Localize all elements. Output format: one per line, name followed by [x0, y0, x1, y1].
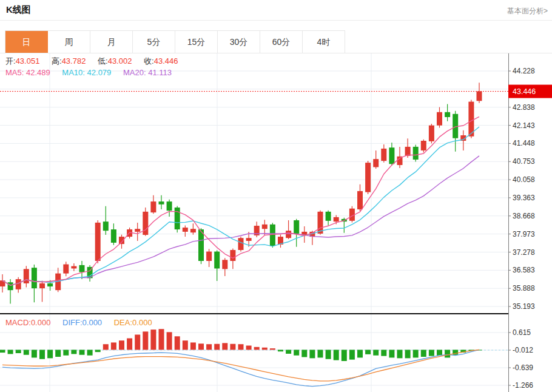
- svg-text:-1.266: -1.266: [513, 381, 533, 390]
- high-value: 43.782: [62, 56, 86, 66]
- tab-30min[interactable]: 30分: [218, 31, 260, 53]
- ma20-value: 41.113: [148, 68, 172, 77]
- close-value: 43.446: [154, 56, 178, 66]
- svg-text:35.888: 35.888: [513, 284, 535, 292]
- header-divider: [0, 20, 552, 21]
- svg-text:44.228: 44.228: [513, 67, 535, 75]
- macd-label: MACD:: [5, 318, 31, 327]
- open-label: 开:: [5, 56, 16, 66]
- tab-day[interactable]: 日: [5, 31, 48, 53]
- dea-label: DEA:: [114, 318, 132, 327]
- period-tab-bar: 日 周 月 5分 15分 30分 60分 4时: [5, 30, 345, 53]
- kline-page: K线图 基本面分析> 日 周 月 5分 15分 30分 60分 4时 44.22…: [0, 0, 552, 392]
- svg-text:41.448: 41.448: [513, 139, 535, 147]
- low-value: 43.002: [108, 56, 132, 66]
- axes: [0, 53, 509, 392]
- tab-month[interactable]: 月: [90, 31, 133, 53]
- diff-value: 0.000: [82, 318, 103, 327]
- ma20-label: MA20:: [123, 68, 146, 77]
- svg-text:35.193: 35.193: [513, 302, 535, 311]
- svg-text:40.753: 40.753: [513, 157, 535, 166]
- svg-text:-0.639: -0.639: [513, 363, 533, 372]
- open-value: 43.051: [16, 56, 40, 66]
- price-axis-labels: 44.22843.53342.83842.14341.44840.75340.0…: [508, 67, 535, 390]
- svg-text:37.278: 37.278: [513, 248, 535, 257]
- svg-text:42.838: 42.838: [513, 103, 535, 112]
- grid-lines: [0, 53, 508, 392]
- low-label: 低:: [98, 56, 108, 66]
- svg-text:36.583: 36.583: [513, 266, 535, 274]
- tab-15min[interactable]: 15分: [175, 31, 218, 53]
- fundamental-analysis-link[interactable]: 基本面分析>: [507, 6, 548, 16]
- tab-60min[interactable]: 60分: [260, 31, 303, 53]
- tab-5min[interactable]: 5分: [133, 31, 175, 53]
- ma10-label: MA10:: [62, 68, 85, 77]
- tab-4hour[interactable]: 4时: [303, 31, 345, 53]
- ma-info: MA5: 42.489 MA10: 42.079 MA20: 41.113: [5, 68, 181, 77]
- svg-text:-0.012: -0.012: [513, 346, 533, 354]
- svg-text:38.668: 38.668: [513, 212, 535, 220]
- ohlc-info: 开:43.051 高:43.782 低:43.002 收:43.446: [5, 56, 187, 67]
- high-label: 高:: [52, 56, 62, 66]
- kline-chart[interactable]: 44.22843.53342.83842.14341.44840.75340.0…: [0, 53, 552, 392]
- macd-histogram: [0, 329, 482, 361]
- svg-text:42.143: 42.143: [513, 121, 535, 130]
- macd-value: 0.000: [31, 318, 51, 327]
- page-title: K线图: [6, 4, 31, 16]
- svg-text:43.446: 43.446: [513, 87, 536, 96]
- ma10-value: 42.079: [87, 68, 112, 77]
- ma5-value: 42.489: [26, 68, 50, 77]
- diff-label: DIFF:: [62, 318, 82, 327]
- ma5-label: MA5:: [5, 68, 24, 77]
- current-price-tag: 43.446: [508, 85, 552, 98]
- macd-info: MACD:0.000 DIFF:0.000 DEA:0.000: [5, 318, 162, 327]
- close-label: 收:: [144, 56, 154, 66]
- svg-text:0.615: 0.615: [513, 328, 531, 337]
- svg-text:39.363: 39.363: [513, 194, 535, 202]
- dea-value: 0.000: [132, 318, 152, 327]
- tab-week[interactable]: 周: [48, 31, 90, 53]
- svg-text:37.973: 37.973: [513, 230, 535, 238]
- svg-text:40.058: 40.058: [513, 175, 535, 184]
